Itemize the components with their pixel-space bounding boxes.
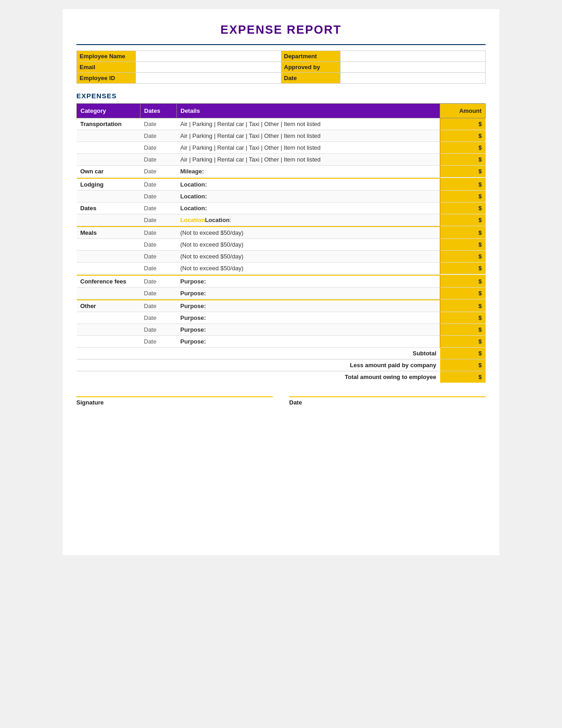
category-cell <box>77 142 140 154</box>
detail-cell: (Not to exceed $50/day) <box>177 251 440 263</box>
date-cell: Date <box>140 251 177 263</box>
date-cell: Date <box>140 300 177 312</box>
date-cell: Date <box>140 214 177 226</box>
amount-cell[interactable]: $ <box>440 336 486 348</box>
amount-cell[interactable]: $ <box>440 178 486 191</box>
approved-by-value[interactable] <box>340 62 486 73</box>
date-cell: Date <box>140 287 177 299</box>
detail-cell: (Not to exceed $50/day) <box>177 239 440 251</box>
email-label: Email <box>77 62 136 73</box>
header-row-1: Employee Name Department <box>77 51 486 62</box>
amount-cell[interactable]: $ <box>440 263 486 274</box>
table-row: DateAir | Parking | Rental car | Taxi | … <box>77 154 486 166</box>
date-cell: Date <box>140 190 177 202</box>
detail-cell: Location: <box>177 190 440 202</box>
signature-line <box>76 396 273 397</box>
amount-cell[interactable]: $ <box>440 202 486 214</box>
category-cell <box>77 239 140 251</box>
table-row: DateAir | Parking | Rental car | Taxi | … <box>77 130 486 142</box>
detail-cell: LocationLocation: <box>177 214 440 226</box>
total-owing-amount[interactable]: $ <box>440 371 486 383</box>
amount-cell[interactable]: $ <box>440 142 486 154</box>
category-cell <box>77 324 140 336</box>
subtotal-amount[interactable]: $ <box>440 348 486 359</box>
amount-cell[interactable]: $ <box>440 118 486 130</box>
amount-cell[interactable]: $ <box>440 166 486 177</box>
amount-cell[interactable]: $ <box>440 239 486 251</box>
less-amount-label: Less amount paid by company <box>177 359 440 371</box>
amount-cell[interactable]: $ <box>440 251 486 263</box>
table-row: TransportationDateAir | Parking | Rental… <box>77 118 486 130</box>
table-row: DatePurpose:$ <box>77 287 486 299</box>
amount-cell[interactable]: $ <box>440 324 486 336</box>
date-cell: Date <box>140 178 177 191</box>
category-cell <box>77 336 140 348</box>
category-cell <box>77 154 140 166</box>
detail-cell: (Not to exceed $50/day) <box>177 227 440 239</box>
date-value[interactable] <box>340 73 486 84</box>
date-cell: Date <box>140 142 177 154</box>
category-cell <box>77 190 140 202</box>
amount-cell[interactable]: $ <box>440 300 486 312</box>
subtotal-label: Subtotal <box>177 348 440 359</box>
date-cell: Date <box>140 275 177 288</box>
amount-cell[interactable]: $ <box>440 312 486 324</box>
date-cell: Date <box>140 227 177 239</box>
amount-cell[interactable]: $ <box>440 275 486 288</box>
amount-cell[interactable]: $ <box>440 154 486 166</box>
less-amount-amount[interactable]: $ <box>440 359 486 371</box>
category-cell <box>77 214 140 226</box>
table-row: DatePurpose:$ <box>77 336 486 348</box>
amount-cell[interactable]: $ <box>440 130 486 142</box>
date-cell: Date <box>140 130 177 142</box>
department-label: Department <box>281 51 340 62</box>
title-divider <box>76 44 486 45</box>
table-row: MealsDate(Not to exceed $50/day)$ <box>77 227 486 239</box>
table-row: DatesDateLocation:$ <box>77 202 486 214</box>
table-row: Date(Not to exceed $50/day)$ <box>77 239 486 251</box>
amount-cell[interactable]: $ <box>440 227 486 239</box>
subtotal-row: Subtotal $ <box>77 348 486 359</box>
col-dates: Dates <box>140 104 177 118</box>
department-value[interactable] <box>340 51 486 62</box>
detail-cell: Purpose: <box>177 300 440 312</box>
table-row: Date(Not to exceed $50/day)$ <box>77 263 486 274</box>
header-info-table: Employee Name Department Email Approved … <box>76 51 486 84</box>
category-cell <box>77 263 140 274</box>
date-cell: Date <box>140 312 177 324</box>
email-value[interactable] <box>136 62 281 73</box>
detail-cell: Air | Parking | Rental car | Taxi | Othe… <box>177 130 440 142</box>
table-row: LodgingDateLocation:$ <box>77 178 486 191</box>
table-row: Own carDateMileage:$ <box>77 166 486 177</box>
employee-name-value[interactable] <box>136 51 281 62</box>
detail-cell: (Not to exceed $50/day) <box>177 263 440 274</box>
detail-cell: Air | Parking | Rental car | Taxi | Othe… <box>177 142 440 154</box>
col-amount: Amount <box>440 104 486 118</box>
total-owing-label: Total amount owing to employee <box>177 371 440 383</box>
amount-cell[interactable]: $ <box>440 190 486 202</box>
detail-cell: Purpose: <box>177 324 440 336</box>
table-row: DateAir | Parking | Rental car | Taxi | … <box>77 142 486 154</box>
table-header-row: Category Dates Details Amount <box>77 104 486 118</box>
category-cell: Other <box>77 300 140 312</box>
category-cell <box>77 251 140 263</box>
approved-by-label: Approved by <box>281 62 340 73</box>
date-cell: Date <box>140 263 177 274</box>
date-cell: Date <box>140 202 177 214</box>
detail-cell: Air | Parking | Rental car | Taxi | Othe… <box>177 154 440 166</box>
amount-cell[interactable]: $ <box>440 287 486 299</box>
detail-cell: Location: <box>177 202 440 214</box>
category-cell: Dates <box>77 202 140 214</box>
table-row: OtherDatePurpose:$ <box>77 300 486 312</box>
header-row-2: Email Approved by <box>77 62 486 73</box>
table-row: DatePurpose:$ <box>77 312 486 324</box>
page-title: EXPENSE REPORT <box>76 23 486 37</box>
category-cell: Meals <box>77 227 140 239</box>
col-category: Category <box>77 104 140 118</box>
employee-id-value[interactable] <box>136 73 281 84</box>
date-block: Date <box>289 396 486 406</box>
date-label: Date <box>281 73 340 84</box>
category-cell: Own car <box>77 166 140 177</box>
amount-cell[interactable]: $ <box>440 214 486 226</box>
employee-id-label: Employee ID <box>77 73 136 84</box>
